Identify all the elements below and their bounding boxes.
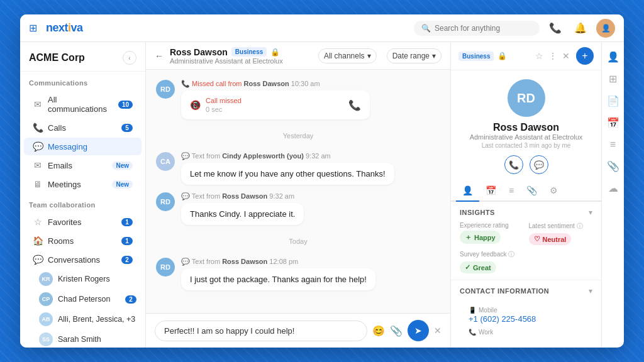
contact-message-button[interactable]: 💬 bbox=[530, 155, 548, 174]
msg-meta-3: 💬 Text from Ross Dawson 9:32 am bbox=[181, 192, 440, 200]
center-panel: ← Ross Dawson Business 🔒 Administrative … bbox=[146, 42, 450, 348]
latest-sentiment: Latest sentiment ⓘ ♡ Neutral bbox=[529, 222, 593, 245]
emoji-icon[interactable]: 😊 bbox=[372, 325, 385, 337]
left-sidebar: ACME Corp ‹ Communications ✉ All communi… bbox=[20, 42, 146, 348]
list-item-kristen[interactable]: KR Kristen Rogers bbox=[20, 269, 145, 289]
all-channels-filter[interactable]: All channels ▾ bbox=[318, 48, 377, 63]
avatar-ca: CA bbox=[156, 152, 175, 171]
list-item-sarah[interactable]: SS Sarah Smith bbox=[20, 329, 145, 348]
emails-icon: ✉ bbox=[33, 160, 43, 170]
nav-list-icon[interactable]: ≡ bbox=[610, 139, 616, 150]
avatar-chad: CP bbox=[39, 292, 53, 306]
nav-grid-small-icon[interactable]: ⊞ bbox=[609, 73, 617, 85]
back-button[interactable]: ← bbox=[155, 51, 164, 61]
msg-meta-1: 📞 Missed call from Ross Dawson 10:30 am bbox=[181, 80, 440, 88]
msg-meta-2: 💬 Text from Cindy Applesworth (you) 9:32… bbox=[181, 152, 440, 160]
rooms-badge: 1 bbox=[121, 237, 133, 245]
list-item-alli[interactable]: AB Alli, Brent, Jessica, +3 bbox=[20, 309, 145, 329]
sidebar-item-conversations[interactable]: 💬 Conversations 2 bbox=[24, 251, 142, 268]
missed-call-icon: 📵 bbox=[190, 100, 201, 110]
grid-icon[interactable]: ⊞ bbox=[29, 22, 37, 34]
call-phone-icon[interactable]: 📞 bbox=[348, 99, 361, 111]
date-range-filter[interactable]: Date range ▾ bbox=[387, 48, 441, 63]
nav-doc-icon[interactable]: 📄 bbox=[607, 95, 619, 107]
avatar-rd-1: RD bbox=[156, 80, 175, 99]
meetings-badge: New bbox=[112, 180, 133, 189]
top-nav: ⊞ nextiva 🔍 📞 🔔 👤 bbox=[20, 14, 624, 42]
all-channels-label: All channels bbox=[324, 52, 365, 60]
sentiment-label: Latest sentiment ⓘ bbox=[529, 222, 593, 231]
tab-settings[interactable]: ⚙ bbox=[543, 180, 564, 202]
insights-chevron[interactable]: ▾ bbox=[589, 208, 592, 217]
nav-person-icon[interactable]: 👤 bbox=[607, 51, 619, 63]
insights-section: INSIGHTS ▾ Experience rating ＋ Happy Lat… bbox=[451, 202, 601, 280]
mobile-value[interactable]: +1 (602) 225-4568 bbox=[469, 314, 584, 324]
nav-cloud-icon[interactable]: ☁ bbox=[608, 182, 618, 194]
all-comms-label: All communications bbox=[48, 95, 113, 114]
tab-contact[interactable]: 👤 bbox=[456, 180, 479, 202]
survey-value: ✓ Great bbox=[460, 261, 496, 273]
sidebar-title: ACME Corp bbox=[29, 52, 85, 63]
bell-icon[interactable]: 🔔 bbox=[571, 19, 590, 38]
team-section-label: Team collaboration bbox=[20, 194, 145, 212]
star-icon[interactable]: ☆ bbox=[535, 51, 543, 61]
right-panel: Business 🔒 ☆ ⋮ ✕ + RD Ross Dawson Admini… bbox=[450, 42, 601, 348]
calls-icon: 📞 bbox=[33, 123, 43, 133]
tab-attach[interactable]: 📎 bbox=[520, 180, 543, 202]
chat-contact-name: Ross Dawson bbox=[170, 47, 228, 57]
attach-icon[interactable]: 📎 bbox=[390, 325, 402, 337]
day-divider-yesterday: Yesterday bbox=[156, 132, 440, 140]
right-nav-panel: 👤 ⊞ 📄 📅 ≡ 📎 ☁ bbox=[601, 42, 624, 348]
tab-calendar[interactable]: 📅 bbox=[479, 180, 502, 202]
add-button[interactable]: + bbox=[576, 47, 594, 65]
conversations-label: Conversations bbox=[48, 255, 116, 265]
sidebar-item-all-comms[interactable]: ✉ All communications 10 bbox=[24, 91, 142, 118]
phone-nav-icon[interactable]: 📞 bbox=[546, 19, 565, 38]
favorites-badge: 1 bbox=[121, 218, 133, 226]
close-compose-icon[interactable]: ✕ bbox=[434, 326, 441, 336]
tab-list[interactable]: ≡ bbox=[502, 180, 520, 202]
experience-label: Experience rating bbox=[460, 222, 524, 229]
day-divider-today: Today bbox=[156, 238, 440, 245]
sidebar-item-messaging[interactable]: 💬 Messaging bbox=[24, 138, 142, 155]
work-label: 📞 Work bbox=[469, 329, 584, 336]
avatar-rd-2: RD bbox=[156, 192, 175, 211]
chevron-down-icon: ▾ bbox=[367, 52, 371, 60]
contact-last-contacted: Last contacted 3 min ago by me bbox=[458, 142, 594, 149]
contact-info-chevron[interactable]: ▾ bbox=[589, 287, 592, 295]
sidebar-item-calls[interactable]: 📞 Calls 5 bbox=[24, 119, 142, 136]
name-sarah: Sarah Smith bbox=[58, 335, 101, 344]
compose-input[interactable] bbox=[155, 321, 367, 341]
favorites-icon: ☆ bbox=[33, 217, 43, 227]
sidebar-item-emails[interactable]: ✉ Emails New bbox=[24, 156, 142, 174]
meetings-label: Meetings bbox=[48, 180, 107, 189]
avatar-sarah: SS bbox=[39, 332, 53, 346]
business-badge-header: Business bbox=[231, 47, 267, 57]
close-panel-icon[interactable]: ✕ bbox=[562, 51, 570, 61]
user-avatar[interactable]: 👤 bbox=[596, 19, 615, 38]
nav-attach-icon[interactable]: 📎 bbox=[607, 160, 619, 172]
contact-phone-button[interactable]: 📞 bbox=[504, 155, 523, 174]
survey-label: Survey feedback ⓘ bbox=[460, 250, 524, 259]
nav-calendar-icon[interactable]: 📅 bbox=[607, 117, 619, 129]
sidebar-item-rooms[interactable]: 🏠 Rooms 1 bbox=[24, 232, 142, 250]
sidebar-item-meetings[interactable]: 🖥 Meetings New bbox=[24, 175, 142, 193]
date-range-label: Date range bbox=[392, 52, 430, 60]
message-bubble-3: Thanks Cindy. I appreciate it. bbox=[181, 203, 304, 225]
avatar-alli: AB bbox=[39, 312, 53, 326]
search-bar[interactable]: 🔍 bbox=[414, 21, 540, 36]
search-input[interactable] bbox=[435, 24, 523, 33]
more-icon[interactable]: ⋮ bbox=[548, 51, 557, 61]
rp-tabs: 👤 📅 ≡ 📎 ⚙ bbox=[451, 180, 601, 202]
messaging-icon: 💬 bbox=[33, 141, 43, 151]
emails-label: Emails bbox=[48, 161, 107, 170]
collapse-button[interactable]: ‹ bbox=[123, 51, 136, 65]
sidebar-item-favorites[interactable]: ☆ Favorites 1 bbox=[24, 213, 142, 231]
list-item-chad[interactable]: CP Chad Peterson 2 bbox=[20, 289, 145, 309]
send-button[interactable]: ➤ bbox=[408, 320, 429, 341]
mobile-info: 📱 Mobile +1 (602) 225-4568 bbox=[469, 307, 584, 324]
conversations-icon: 💬 bbox=[33, 255, 43, 265]
contact-information-section: CONTACT INFORMATION ▾ 📱 Mobile +1 (602) … bbox=[451, 280, 601, 348]
survey-feedback: Survey feedback ⓘ ✓ Great bbox=[460, 250, 524, 273]
favorites-label: Favorites bbox=[48, 217, 116, 227]
